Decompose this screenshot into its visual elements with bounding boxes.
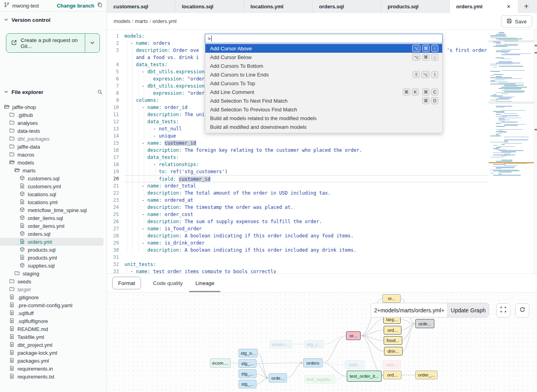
lineage-node-ord[interactable]: ord... (383, 371, 401, 379)
update-graph-button[interactable]: Update Graph (447, 303, 489, 317)
save-button[interactable]: Save (501, 15, 532, 27)
file-tree-item-requirements-txt[interactable]: requirements.txt (0, 373, 107, 381)
lineage-node-orde[interactable]: orde... (269, 373, 287, 382)
code-line[interactable]: description: The timestamp the order was… (124, 204, 489, 211)
file-tree-item-seeds[interactable]: seeds (0, 277, 107, 285)
close-icon[interactable]: ✕ (506, 4, 512, 10)
lineage-node-stg_[interactable]: stg_... (239, 380, 256, 388)
editor-tab-locations-sql[interactable]: locations.sql (176, 0, 244, 13)
code-line[interactable]: - name: is_food_order (124, 225, 489, 232)
palette-item-add-line-comment[interactable]: Add Line Comment⌘K⌘C (205, 88, 442, 96)
lineage-node-orders[interactable]: orders (303, 358, 323, 367)
code-line[interactable]: - name: ordered_at (124, 197, 489, 204)
palette-item-build-all-modified-and-downstream-models[interactable]: Build all modified and downstream models (205, 122, 442, 131)
file-tree-item-orders-sql[interactable]: orders.sql (0, 230, 107, 238)
file-tree-item-orders-yml[interactable]: orders.yml (0, 238, 103, 246)
file-tree-item-metricflow-time-spine-sql[interactable]: metricflow_time_spine.sql (0, 206, 107, 214)
palette-item-add-cursors-to-line-ends[interactable]: Add Cursors to Line Ends⇧⌥I (205, 70, 442, 79)
file-tree-item-requirements-in[interactable]: requirements.in (0, 365, 107, 373)
editor-tab-locations-yml[interactable]: locations.yml (244, 0, 313, 13)
breadcrumb-item[interactable]: marts (135, 18, 148, 24)
file-tree-item-target[interactable]: target (0, 285, 107, 293)
code-line[interactable]: field: customer_id (124, 175, 489, 182)
code-line[interactable]: - name: customer_id (124, 140, 489, 147)
lineage-node-stg_[interactable]: stg_... (239, 369, 256, 378)
code-line[interactable]: - name: order_cost (124, 211, 489, 218)
lineage-node-test_order_it[interactable]: test_order_it... (347, 371, 382, 382)
file-tree-item-dbt-packages[interactable]: dbt_packages (0, 135, 107, 143)
file-tree-item-analyses[interactable]: analyses (0, 119, 107, 127)
code-line[interactable]: description: The foreign key relating to… (124, 147, 489, 154)
tab-code-quality[interactable]: Code quality (153, 274, 183, 292)
create-pr-button[interactable]: Create a pull request on Git... (6, 33, 100, 53)
file-tree-item-customers-yml[interactable]: customers.yml (0, 182, 107, 190)
file-tree-item-order-items-yml[interactable]: order_items.yml (0, 222, 107, 230)
fullscreen-button[interactable] (496, 303, 510, 317)
selector-input[interactable] (371, 303, 447, 317)
file-tree-item--github[interactable]: .github (0, 111, 107, 119)
lineage-node-stg_o[interactable]: stg_o... (239, 349, 258, 358)
editor-minimap[interactable] (489, 30, 534, 273)
format-button[interactable]: Format (112, 277, 141, 289)
editor-scrollbar[interactable] (534, 30, 537, 273)
lineage-node-ecom[interactable]: ecom.... (210, 358, 231, 368)
file-tree-item-models[interactable]: models (0, 159, 107, 166)
new-tab-button[interactable]: + (518, 0, 534, 13)
command-palette-input[interactable]: > (205, 34, 443, 43)
palette-item-add-cursors-to-top[interactable]: Add Cursors To Top (205, 79, 442, 88)
editor-tab-orders-sql[interactable]: orders.sql (313, 0, 381, 13)
file-tree-item-dbt-project-yml[interactable]: dbt_project.yml (0, 341, 107, 349)
editor-tab-customers-sql[interactable]: customers.sql (107, 0, 176, 13)
file-tree-item--sqlfluffignore[interactable]: .sqlfluffignore (0, 317, 107, 325)
search-icon[interactable] (97, 89, 103, 95)
code-line[interactable]: - relationships: (124, 161, 489, 168)
file-tree-item-packages-yml[interactable]: packages.yml (0, 357, 107, 365)
version-control-header[interactable]: Version control (0, 15, 107, 25)
code-line[interactable]: - unique (124, 132, 489, 140)
file-tree-item-customers-sql[interactable]: customers.sql (0, 174, 107, 182)
tab-lineage[interactable]: Lineage (195, 274, 214, 292)
file-tree-item--sqlfluff[interactable]: .sqlfluff (0, 309, 107, 317)
file-tree-item-package-lock-yml[interactable]: package-lock.yml (0, 349, 107, 357)
palette-item-add-cursor-above[interactable]: Add Cursor Above⌥⌘↑ (205, 44, 442, 53)
code-line[interactable]: unit_tests: (124, 261, 489, 268)
lineage-node-cus[interactable]: cus... (382, 360, 401, 369)
palette-item-add-cursors-to-bottom[interactable]: Add Cursors To Bottom (205, 61, 442, 70)
file-tree-item-marts[interactable]: marts (0, 166, 107, 174)
file-tree-item-jaffle-data[interactable]: jaffle-data (0, 143, 107, 151)
copy-icon[interactable] (97, 2, 103, 9)
palette-item-add-selection-to-next-find-match[interactable]: Add Selection To Next Find Match⌘D (205, 96, 442, 105)
lineage-node-stg_[interactable]: stg_... (239, 359, 256, 368)
lineage-node-ord[interactable]: ord... (384, 326, 401, 335)
file-tree-item-products-yml[interactable]: products.yml (0, 254, 107, 262)
breadcrumb-item[interactable]: orders.yml (153, 18, 177, 24)
file-tree-item-taskfile-yml[interactable]: Taskfile.yml (0, 333, 107, 341)
code-line[interactable]: description: The sum of supply expenses … (124, 218, 489, 225)
editor-tab-orders-yml[interactable]: orders.yml✕ (450, 0, 518, 13)
file-tree-item-products-sql[interactable]: products.sql (0, 246, 107, 254)
palette-item-add-selection-to-previous-find-match[interactable]: Add Selection To Previous Find Match (205, 105, 442, 114)
file-tree-item-macros[interactable]: macros (0, 151, 107, 159)
code-line[interactable]: - name: order_total (124, 182, 489, 189)
lineage-node-food[interactable]: food... (384, 336, 402, 345)
file-tree-item-supplies-sql[interactable]: supplies.sql (0, 262, 107, 270)
code-line[interactable]: to: ref('stg_customers') (124, 168, 489, 175)
file-tree-item--gitignore[interactable]: .gitignore (0, 293, 107, 301)
lineage-node-stg_c[interactable]: stg_c... (304, 340, 324, 348)
breadcrumb-item[interactable]: models (114, 18, 130, 24)
change-branch-link[interactable]: Change branch (57, 3, 94, 9)
file-tree-item-locations-yml[interactable]: locations.yml (0, 198, 107, 206)
lineage-node-cust[interactable]: cust... (345, 360, 365, 369)
code-line[interactable]: description: The total amount of the ord… (124, 189, 489, 197)
file-tree-item-order-items-sql[interactable]: order_items.sql (0, 214, 107, 222)
lineage-node-ecomr[interactable]: ecom.r... (269, 340, 292, 348)
pr-dropdown-caret[interactable] (85, 34, 99, 52)
lineage-node-order_[interactable]: order_... (415, 371, 438, 379)
palette-item-build-all-models-related-to-the-modified[interactable]: Build all models related to the modified… (205, 114, 442, 122)
file-tree-item-staging[interactable]: staging (0, 270, 107, 277)
file-tree-item--pre-commit-config-yaml[interactable]: .pre-commit-config.yaml (0, 301, 107, 309)
file-tree-item-data-tests[interactable]: data-tests (0, 127, 107, 135)
lineage-node-or[interactable]: or... (346, 331, 361, 340)
code-line[interactable]: description: A boolean indicating if thi… (124, 247, 489, 254)
file-tree-item-readme-md[interactable]: README.md (0, 325, 107, 333)
